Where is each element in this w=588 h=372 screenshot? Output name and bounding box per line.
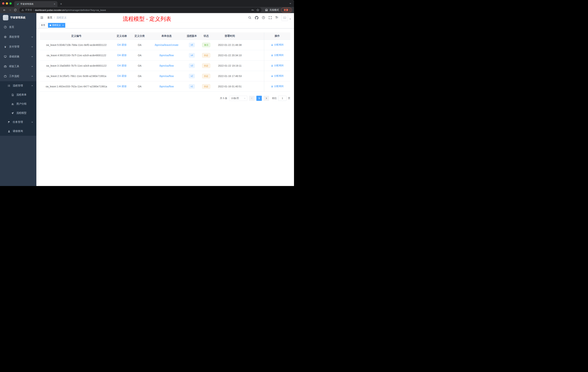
assign-rule-link[interactable]: 分配规则 [271, 74, 284, 77]
reload-button[interactable] [13, 8, 18, 12]
url-text: dashboard.yudao.iocoder.cn/bpm/manager/d… [35, 9, 106, 11]
sidebar: 芋道管理系统 首页 系统管理 ¥ 支付管理 [0, 13, 36, 186]
bookmark-star-icon[interactable] [256, 9, 259, 11]
next-page-button[interactable] [264, 96, 269, 101]
form-info-link[interactable]: /bpm/oa/flow [159, 54, 174, 57]
definition-name-link[interactable]: OA 请假 [117, 64, 126, 67]
active-tag-dot [50, 25, 51, 26]
password-key-icon[interactable] [251, 9, 254, 11]
page-size-value: 10条/页 [231, 97, 239, 100]
browser-menu-icon[interactable] [290, 9, 290, 11]
chevron-down-icon [31, 36, 33, 38]
sidebar-item-leave-query[interactable]: 请假查询 [0, 127, 36, 136]
update-label: 更新 [284, 8, 288, 12]
sidebar-item-home[interactable]: 首页 [0, 22, 36, 32]
assign-rule-link[interactable]: 分配规则 [271, 43, 284, 46]
list-icon [7, 84, 10, 87]
omnibox-divider [33, 9, 34, 11]
column-header-filler [246, 33, 264, 40]
sidebar-item-process-form[interactable]: 流程表单 [0, 90, 36, 99]
form-info-link[interactable]: /bpm/oa/flow [159, 64, 174, 67]
assign-rule-link[interactable]: 分配规则 [271, 85, 284, 88]
form-info-link[interactable]: /bpm/oa/leave/create [155, 44, 178, 46]
table-row: oa_leave:2:3c1f0ef1-76b1-11ec-9c66-a2380… [40, 71, 290, 81]
sidebar-item-label: 流程表单 [16, 93, 27, 97]
tab-search-chevron-icon[interactable] [289, 2, 292, 5]
tag-label: 流程定义 [52, 24, 61, 27]
url-host: dashboard.yudao.iocoder.cn [35, 9, 64, 11]
sidebar-item-payment[interactable]: ¥ 支付管理 [0, 42, 36, 52]
form-info-link[interactable]: /bpm/oa/flow [159, 85, 174, 88]
cell-definition-id: oa_leave:2:3c1f0ef1-76b1-11ec-9c66-a2380… [40, 71, 113, 81]
version-tag[interactable]: v1 [189, 84, 195, 89]
version-tag[interactable]: v4 [189, 53, 195, 57]
cell-category: OA [131, 60, 148, 71]
sidebar-item-process-management[interactable]: 流程管理 [0, 81, 36, 90]
sidebar-item-dev-tools[interactable]: 研发工具 [0, 62, 36, 71]
sidebar-item-process-model[interactable]: 流程模型 [0, 109, 36, 118]
page-size-select[interactable]: 10条/页 [229, 96, 247, 101]
form-info-link[interactable]: /bpm/oa/flow [159, 75, 174, 77]
column-header-status: 状态 [199, 33, 213, 40]
minimize-window-button[interactable] [6, 2, 8, 5]
browser-update-button[interactable]: 更新 [281, 8, 292, 12]
column-header-definition-name: 定义名称 [113, 33, 131, 40]
sidebar-item-infrastructure[interactable]: 基础设施 [0, 52, 36, 62]
tag-close-icon[interactable]: × [62, 24, 64, 26]
help-icon[interactable]: ? [262, 16, 265, 19]
hamburger-icon[interactable] [39, 16, 44, 20]
font-size-icon[interactable]: TT [275, 16, 278, 19]
assign-rule-link[interactable]: 分配规则 [271, 64, 284, 67]
version-tag[interactable]: v3 [189, 64, 195, 68]
tab-title: 芋道管理系统 [20, 2, 52, 6]
definition-name-link[interactable]: OA 请假 [117, 75, 126, 77]
search-icon[interactable] [248, 16, 252, 19]
sidebar-item-user-group[interactable]: 用户分组 [0, 99, 36, 109]
version-tag[interactable]: v5 [189, 43, 195, 47]
definition-name-link[interactable]: OA 请假 [117, 43, 126, 46]
assign-rule-link[interactable]: 分配规则 [271, 54, 284, 57]
sidebar-item-system[interactable]: 系统管理 [0, 32, 36, 42]
cell-deploy-time: 2022-01-22 21:48:38 [213, 40, 246, 50]
chevron-down-icon [31, 66, 33, 67]
incognito-icon [265, 8, 268, 12]
fullscreen-icon[interactable] [269, 16, 272, 19]
tab-close-icon[interactable]: × [53, 2, 56, 6]
yen-icon: ¥ [4, 45, 7, 48]
prev-page-button[interactable] [249, 96, 254, 101]
sidebar-item-workflow[interactable]: 工作流程 [0, 71, 36, 81]
page-content: 定义编号 定义名称 定义分类 表单信息 流程版本 状态 部署时间 操作 [36, 28, 294, 186]
new-tab-button[interactable]: + [59, 1, 64, 7]
avatar-caret-icon[interactable] [289, 18, 291, 20]
address-bar[interactable]: 不安全 dashboard.yudao.iocoder.cn/bpm/manag… [19, 8, 262, 12]
status-badge: 挂起 [202, 84, 210, 89]
breadcrumb-home[interactable]: 首页 [47, 16, 52, 19]
svg-text:?: ? [263, 17, 264, 19]
zoom-window-button[interactable] [10, 2, 12, 5]
sidebar-logo[interactable]: 芋道管理系统 [0, 13, 36, 22]
tag-process-definition[interactable]: 流程定义 × [48, 23, 65, 28]
breadcrumb-current: 流程定义 [56, 16, 67, 19]
tags-view: 首页 流程定义 × [36, 22, 294, 28]
avatar[interactable] [282, 14, 288, 21]
back-button[interactable] [2, 8, 7, 12]
chevron-down-icon [31, 56, 33, 57]
users-icon [11, 103, 14, 105]
workflow-submenu: 流程管理 流程表单 用户分组 [0, 81, 36, 136]
forward-button[interactable] [7, 8, 12, 12]
page-jump-input[interactable] [278, 96, 286, 101]
chevron-up-icon [31, 75, 33, 77]
definition-name-link[interactable]: OA 请假 [117, 85, 126, 88]
cell-definition-id: oa_leave:5:004b710b-7b8a-11ec-8ef0-acde4… [40, 40, 113, 50]
github-icon[interactable] [255, 16, 258, 20]
page-number-button[interactable]: 1 [256, 96, 262, 101]
cell-deploy-time: 2022-01-22 19:19:11 [213, 60, 246, 71]
tag-home[interactable]: 首页 [39, 23, 47, 28]
close-window-button[interactable] [2, 2, 4, 5]
security-label: 不安全 [25, 8, 32, 12]
definition-name-link[interactable]: OA 请假 [117, 54, 126, 57]
paper-plane-icon [11, 112, 14, 114]
sidebar-item-task-management[interactable]: 任务管理 [0, 118, 36, 127]
version-tag[interactable]: v2 [189, 74, 195, 78]
browser-tab[interactable]: 芋道管理系统 × [14, 1, 57, 7]
